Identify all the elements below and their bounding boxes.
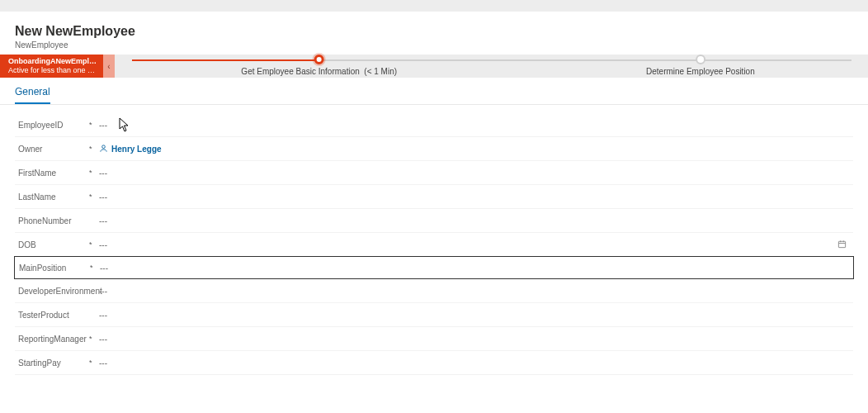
app-chrome-strip: [0, 0, 868, 7]
field-value[interactable]: ---: [96, 121, 853, 130]
field-value[interactable]: Henry Legge: [96, 144, 853, 154]
chevron-left-icon: ‹: [107, 62, 110, 71]
field-starting-pay[interactable]: StartingPay * ---: [15, 351, 853, 375]
field-value[interactable]: ---: [96, 358, 853, 368]
process-name: OnboardingANewEmplo...: [8, 57, 99, 66]
field-label: TesterProduct: [15, 311, 89, 320]
stage-label: Get Employee Basic Information: [241, 67, 359, 76]
field-value[interactable]: ---: [96, 240, 837, 249]
page-header: New NewEmployee NewEmployee: [0, 23, 868, 55]
field-value[interactable]: ---: [97, 263, 853, 273]
required-mark: *: [89, 169, 96, 177]
field-value[interactable]: ---: [96, 216, 853, 225]
field-value[interactable]: ---: [96, 169, 853, 178]
field-value[interactable]: ---: [96, 192, 853, 202]
stage-node-determine-position[interactable]: Determine Employee Position: [646, 55, 755, 76]
field-label: MainPosition: [16, 263, 90, 273]
field-label: Owner: [15, 145, 89, 154]
field-label: EmployeeID: [15, 121, 89, 130]
required-mark: *: [89, 240, 96, 249]
field-label: PhoneNumber: [15, 216, 89, 225]
form-body: EmployeeID * --- Owner * Henry Legge Fir…: [0, 105, 868, 378]
field-reporting-manager[interactable]: ReportingManager * ---: [15, 327, 853, 351]
field-value[interactable]: ---: [96, 335, 853, 344]
calendar-icon[interactable]: [837, 240, 853, 250]
field-value[interactable]: ---: [96, 311, 853, 320]
field-label: DOB: [15, 240, 89, 249]
form-page: New NewEmployee NewEmployee OnboardingAN…: [0, 12, 868, 413]
process-duration: Active for less than one mi...: [8, 66, 99, 75]
stage-node-get-basic-info[interactable]: Get Employee Basic Information (< 1 Min): [241, 55, 397, 76]
field-first-name[interactable]: FirstName * ---: [15, 161, 853, 185]
field-employee-id[interactable]: EmployeeID * ---: [15, 113, 853, 137]
svg-point-0: [102, 145, 106, 149]
process-stage-track: Get Employee Basic Information (< 1 Min)…: [132, 55, 851, 78]
field-value[interactable]: ---: [96, 287, 853, 296]
field-last-name[interactable]: LastName * ---: [15, 185, 853, 209]
field-label: ReportingManager: [15, 335, 89, 344]
stage-dot-icon: [696, 55, 705, 64]
required-mark: *: [90, 263, 97, 272]
field-owner[interactable]: Owner * Henry Legge: [15, 137, 853, 161]
business-process-flow: OnboardingANewEmplo... Active for less t…: [0, 55, 868, 78]
person-icon: [99, 144, 108, 154]
required-mark: *: [89, 145, 96, 153]
svg-rect-1: [838, 241, 845, 247]
field-dob[interactable]: DOB * ---: [15, 233, 853, 257]
field-main-position[interactable]: MainPosition * ---: [14, 256, 854, 279]
required-mark: *: [89, 192, 96, 201]
process-collapse-button[interactable]: ‹: [103, 55, 115, 78]
entity-name: NewEmployee: [15, 40, 853, 50]
field-label: LastName: [15, 192, 89, 202]
required-mark: *: [89, 335, 96, 343]
stage-duration: (< 1 Min): [364, 67, 397, 76]
field-label: DeveloperEnvironment: [15, 287, 89, 296]
stage-dot-active-icon: [314, 55, 324, 64]
field-phone-number[interactable]: PhoneNumber ---: [15, 209, 853, 233]
form-tabs: General: [0, 78, 868, 105]
field-tester-product[interactable]: TesterProduct ---: [15, 303, 853, 327]
owner-link[interactable]: Henry Legge: [111, 145, 162, 154]
field-label: StartingPay: [15, 358, 89, 368]
page-title: New NewEmployee: [15, 23, 853, 39]
required-mark: *: [89, 358, 96, 367]
process-flyout[interactable]: OnboardingANewEmplo... Active for less t…: [0, 55, 106, 78]
field-label: FirstName: [15, 169, 89, 178]
required-mark: *: [89, 121, 96, 129]
field-developer-environment[interactable]: DeveloperEnvironment ---: [15, 279, 853, 303]
tab-general[interactable]: General: [15, 86, 50, 104]
stage-label: Determine Employee Position: [646, 67, 755, 76]
